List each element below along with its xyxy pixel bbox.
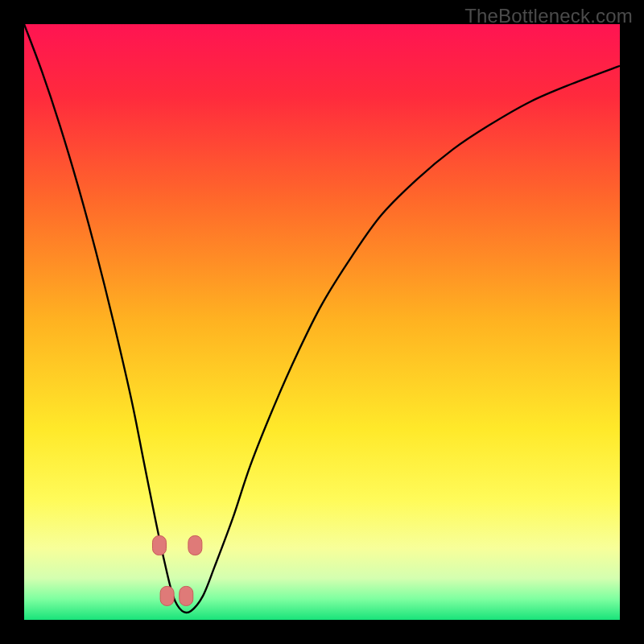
curve-marker-0	[152, 536, 166, 555]
plot-area	[24, 24, 620, 620]
watermark-text: TheBottleneck.com	[464, 5, 633, 27]
bottleneck-chart	[24, 24, 620, 620]
curve-marker-1	[160, 586, 174, 605]
curve-marker-2	[180, 586, 193, 605]
curve-marker-3	[188, 536, 202, 555]
outer-frame: TheBottleneck.com	[0, 0, 644, 644]
